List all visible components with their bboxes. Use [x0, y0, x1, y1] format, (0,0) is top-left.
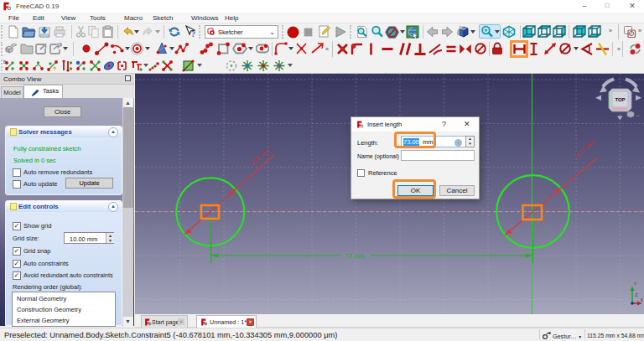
svg-text:Z: Z	[636, 292, 638, 297]
svg-text:TOP: TOP	[615, 97, 625, 102]
svg-text:?: ?	[191, 29, 195, 39]
svg-text:ø17 mm: ø17 mm	[574, 138, 597, 159]
svg-text:ø15 mm: ø15 mm	[248, 147, 271, 168]
svg-text:73 mm: 73 mm	[345, 252, 366, 260]
svg-text:Y: Y	[634, 282, 637, 287]
